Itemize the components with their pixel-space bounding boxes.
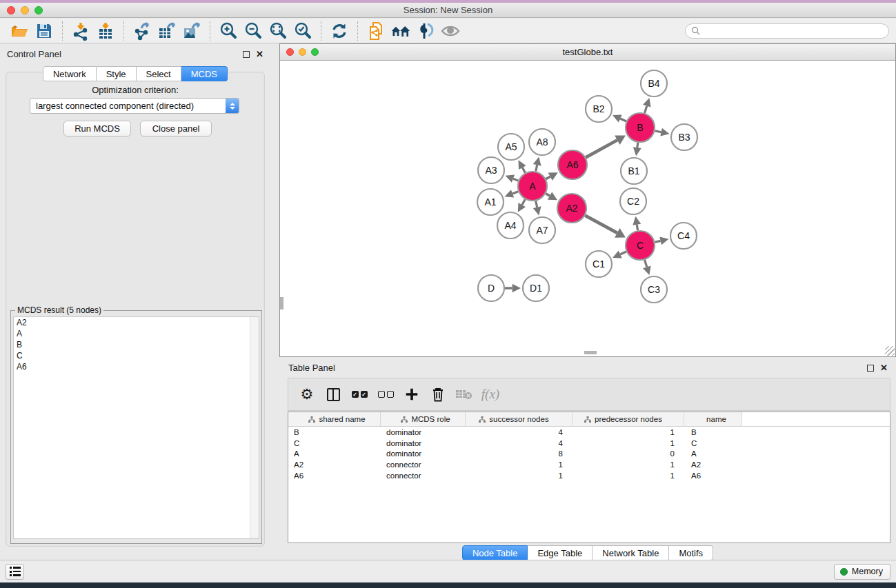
tab-network[interactable]: Network [43,66,97,81]
v-scroll-thumb[interactable] [280,297,283,310]
graph-edge-arrowhead [660,128,669,136]
h-scroll-thumb[interactable] [584,351,597,354]
import-network-button[interactable] [70,21,91,41]
minimize-window-button[interactable] [21,6,29,14]
optimization-criterion-select[interactable]: largest connected component (directed) [30,98,239,114]
graph-edge [536,201,537,207]
graph-node-label: A8 [536,136,548,148]
zoom-selected-button[interactable] [292,21,313,41]
zoom-in-button[interactable] [218,21,239,41]
tab-mcds[interactable]: MCDS [181,66,228,81]
list-item[interactable]: B [14,339,259,350]
eye-toggle-button[interactable] [440,21,461,41]
run-mcds-button[interactable]: Run MCDS [63,121,131,136]
network-graph-svg[interactable]: AA1A2A3A4A5A6A7A8BB1B2B3B4CC1C2C3C4DD1 [281,61,895,356]
zoom-window-button[interactable] [34,6,43,14]
float-panel-icon[interactable] [243,51,250,58]
graph-node-label: A7 [536,225,548,236]
delete-column-button[interactable] [426,383,450,406]
save-session-button[interactable] [34,21,54,41]
column-header-predecessor-nodes[interactable]: predecessor nodes [573,412,684,426]
list-item[interactable]: C [14,350,259,361]
close-panel-icon[interactable]: ✕ [880,365,888,372]
graph-edge [620,252,626,254]
mcds-result-title: MCDS result (5 nodes) [15,305,103,315]
export-table-button[interactable] [157,21,177,41]
header-filler [742,412,890,426]
table-tabs: Node Table Edge Table Network Table Moti… [279,545,896,560]
tab-select[interactable]: Select [137,66,181,81]
graph-edge [522,168,525,173]
list-item[interactable]: A [14,328,259,339]
graph-node-label: B [637,122,643,133]
columns-icon [327,388,340,401]
maximize-view-button[interactable] [311,48,319,56]
app-title: Session: New Session [404,5,492,15]
graph-edge-arrowhead [633,147,641,156]
import-table-button[interactable] [95,21,116,41]
tab-network-table[interactable]: Network Table [593,545,669,560]
refresh-button[interactable] [329,21,350,41]
close-view-button[interactable] [286,48,294,56]
function-builder-button[interactable]: f(x) [479,383,502,406]
deselect-all-columns-button[interactable] [374,383,397,406]
export-network-button[interactable] [132,21,152,41]
graph-edge [620,119,626,121]
tab-motifs[interactable]: Motifs [669,545,713,560]
show-columns-button[interactable] [321,383,345,406]
network-window-titlebar[interactable]: testGlobe.txt [280,44,895,61]
add-column-button[interactable] [400,383,424,406]
refresh-icon [330,22,348,40]
network-canvas[interactable]: AA1A2A3A4A5A6A7A8BB1B2B3B4CC1C2C3C4DD1 [281,61,895,356]
table-row[interactable]: A6 connector 1 1 A6 [288,470,890,481]
graph-edge [546,176,550,179]
graphics-details-button[interactable] [415,21,436,41]
column-header-successor-nodes[interactable]: successor nodes [466,412,573,426]
table-row[interactable]: C dominator 4 1 C [288,438,890,449]
column-header-mcds-role[interactable]: MCDS role [381,412,466,426]
tab-edge-table[interactable]: Edge Table [528,545,593,560]
memory-status-icon [840,568,848,576]
export-image-icon [181,21,202,41]
table-settings-button[interactable]: ⚙ [295,383,319,406]
graphics-details-icon [416,22,435,40]
attribute-icon [401,416,408,423]
open-file-button[interactable] [9,21,30,41]
memory-button[interactable]: Memory [834,564,890,580]
column-header-name[interactable]: name [684,412,742,426]
list-item[interactable]: A6 [14,361,259,372]
scrollbar-track[interactable] [250,317,259,538]
mcds-result-list[interactable]: A2 A B C A6 [13,316,259,539]
optimization-criterion-label: Optimization criterion: [6,85,264,95]
tab-style[interactable]: Style [97,66,137,81]
table-row[interactable]: A dominator 8 0 A [288,449,890,460]
control-panel: Control Panel ✕ Network Style Select MCD… [0,43,270,555]
mcds-panel-body: Optimization criterion: largest connecte… [6,72,265,547]
graph-node-label: B2 [593,103,604,114]
graph-node-label: C [637,240,644,251]
resize-grip-icon[interactable] [885,346,895,356]
task-history-button[interactable] [6,564,24,580]
delete-table-button[interactable] [452,383,476,406]
attribute-icon [479,416,486,423]
search-input[interactable] [704,26,883,36]
export-image-button[interactable] [181,21,202,41]
zoom-fit-button[interactable] [268,21,288,41]
list-item[interactable]: A2 [14,317,259,328]
float-panel-icon[interactable] [867,365,874,372]
table-row[interactable]: B dominator 4 1 B [288,427,890,438]
graph-edge [512,192,518,194]
close-panel-button[interactable]: Close panel [140,121,212,136]
minimize-view-button[interactable] [299,48,306,56]
graph-edge [536,165,537,171]
neighbors-button[interactable] [390,21,411,41]
column-header-shared-name[interactable]: shared name [288,412,381,426]
close-panel-icon[interactable]: ✕ [256,51,263,58]
table-row[interactable]: A2 connector 1 1 A2 [288,459,890,470]
tab-node-table[interactable]: Node Table [462,545,528,560]
close-window-button[interactable] [7,6,15,14]
select-all-columns-button[interactable]: ✓✓ [348,383,371,406]
zoom-out-button[interactable] [243,21,263,41]
clone-network-button[interactable] [366,21,386,41]
dropdown-selected-value: largest connected component (directed) [30,101,226,111]
